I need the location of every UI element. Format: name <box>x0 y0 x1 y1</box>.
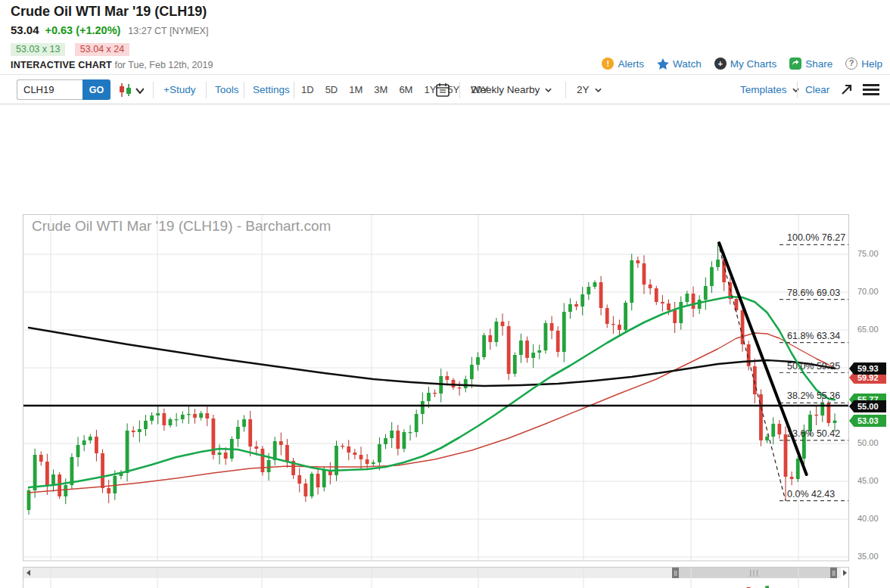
go-button[interactable]: GO <box>82 79 110 100</box>
price-change: +0.63 (+1.20%) <box>45 24 120 36</box>
quote-line: 53.04 +0.63 (+1.20%) 13:27 CT [NYMEX] <box>11 23 208 36</box>
candlestick-type-icon <box>118 82 144 98</box>
help-link[interactable]: ? Help <box>845 58 882 70</box>
ask-quote: 53.04 x 24 <box>75 43 129 56</box>
alert-icon: ! <box>602 58 614 70</box>
barchart-interactive-chart-page: { "header": { "title": "Crude Oil WTI Ma… <box>0 0 890 588</box>
toolbar-divider <box>797 82 798 98</box>
quote-header: Crude Oil WTI Mar '19 (CLH19) 53.04 +0.6… <box>0 0 890 75</box>
interactive-chart-area: Crude Oil WTI Mar '19 (CLH19) - Barchart… <box>0 104 890 588</box>
page-subtitle: INTERACTIVE CHART for Tue, Feb 12th, 201… <box>11 60 213 70</box>
page-title: Crude Oil WTI Mar '19 (CLH19) <box>11 4 207 20</box>
timeframe-6m[interactable]: 6M <box>399 84 412 95</box>
y-axis-label: 40.00 <box>857 514 890 523</box>
hamburger-icon <box>863 84 879 95</box>
calendar-button[interactable] <box>436 82 450 100</box>
toolbar-divider <box>565 82 566 98</box>
y-axis-label: 65.00 <box>857 325 890 334</box>
bid-ask-row: 53.03 x 13 53.04 x 24 <box>11 42 135 56</box>
chevron-down-icon <box>545 88 552 92</box>
y-axis-label: 50.00 <box>857 438 890 447</box>
plus-circle-icon: + <box>714 58 727 70</box>
chart-date: for Tue, Feb 12th, 2019 <box>112 60 213 70</box>
share-link[interactable]: Share <box>789 58 832 70</box>
menu-button[interactable] <box>863 84 879 98</box>
header-links: ! Alerts Watch + My Charts Share ? Help <box>602 58 882 70</box>
interactive-chart-label: INTERACTIVE CHART <box>11 60 112 70</box>
templates-dropdown[interactable]: Templates <box>740 84 799 95</box>
toolbar-divider <box>459 82 460 98</box>
chart-type-dropdown[interactable] <box>118 82 144 101</box>
share-icon <box>789 58 801 70</box>
price-badge: 59.92 <box>849 372 886 384</box>
question-icon: ? <box>845 58 857 70</box>
timeframe-1d[interactable]: 1D <box>301 84 314 95</box>
price-badge: 55.77 <box>849 394 886 406</box>
chart-watermark: Crude Oil WTI Mar '19 (CLH19) - Barchart… <box>32 218 331 235</box>
timeframe-1y[interactable]: 1Y <box>424 84 436 95</box>
price-and-volume-chart[interactable] <box>23 214 849 588</box>
y-axis-label: 35.00 <box>857 552 890 561</box>
quote-time: 13:27 CT [NYMEX] <box>128 26 208 36</box>
chevron-down-icon <box>792 88 799 92</box>
clear-link[interactable]: Clear <box>805 84 829 95</box>
frequency-dropdown[interactable]: Weekly Nearby <box>471 84 552 95</box>
symbol-input[interactable] <box>17 79 82 100</box>
last-price: 53.04 <box>11 23 39 36</box>
y-axis-label: 45.00 <box>857 476 890 485</box>
range-dropdown[interactable]: 2Y <box>577 84 602 95</box>
price-badge: 53.03 <box>849 415 886 427</box>
star-icon <box>657 58 669 70</box>
y-axis-label: 70.00 <box>857 287 890 296</box>
bid-quote: 53.03 x 13 <box>11 43 65 56</box>
settings-link[interactable]: Settings <box>253 84 290 95</box>
toolbar-divider <box>206 82 207 98</box>
timeframe-5d[interactable]: 5D <box>325 84 338 95</box>
watch-link[interactable]: Watch <box>657 58 702 70</box>
toolbar-divider <box>244 82 244 98</box>
price-badge: 55.00 <box>849 400 886 412</box>
expand-icon <box>840 83 853 96</box>
timeframe-3m[interactable]: 3M <box>374 84 387 95</box>
my-charts-link[interactable]: + My Charts <box>714 58 777 70</box>
chevron-down-icon <box>595 88 602 92</box>
timeframe-1m[interactable]: 1M <box>349 84 363 95</box>
toolbar-divider <box>294 82 294 98</box>
expand-chart-button[interactable] <box>840 83 853 99</box>
tools-link[interactable]: Tools <box>215 84 239 95</box>
timeframe-buttons: 1D 5D 1M 3M 6M 1Y 5Y 20Y <box>301 84 488 95</box>
y-axis-label: 75.00 <box>857 249 890 258</box>
alerts-link[interactable]: ! Alerts <box>602 58 644 70</box>
add-study-link[interactable]: +Study <box>163 84 195 95</box>
calendar-icon <box>436 82 450 97</box>
toolbar-divider <box>153 82 154 98</box>
price-badge: 59.93 <box>849 362 886 375</box>
chart-toolbar: GO +Study Tools Settings 1D 5D 1M 3M 6M … <box>0 76 890 104</box>
